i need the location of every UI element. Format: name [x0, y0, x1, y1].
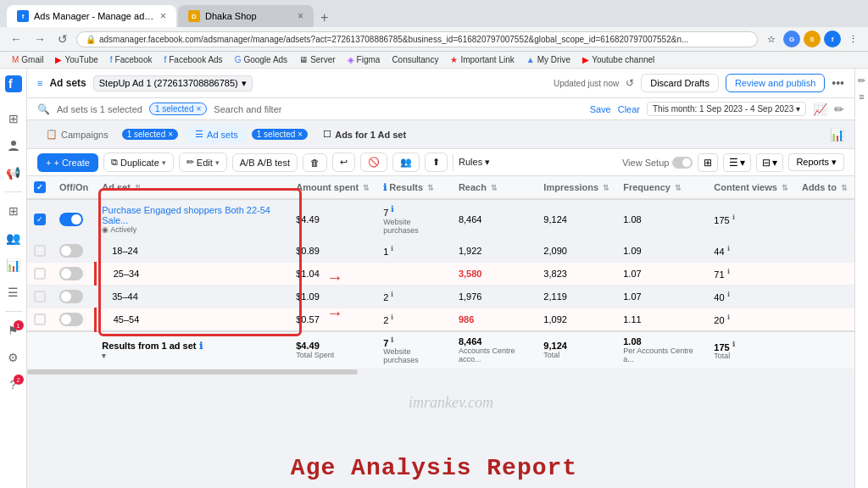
- bookmark-my-drive[interactable]: ▲ My Drive: [521, 53, 576, 66]
- date-range-picker[interactable]: This month: 1 Sep 2023 - 4 Sep 2023 ▾: [647, 102, 806, 116]
- bookmark-youtube-channel[interactable]: ▶ Youtube channel: [577, 53, 659, 66]
- reach-sort-icon[interactable]: ⇅: [491, 184, 498, 192]
- row0-toggle[interactable]: [53, 199, 95, 239]
- tab-ads-manager[interactable]: f Ads Manager - Manage ads - A... ×: [7, 5, 176, 27]
- frequency-sort-icon[interactable]: ⇅: [675, 184, 682, 192]
- row4-checkbox-input[interactable]: [34, 313, 46, 325]
- save-link[interactable]: Save: [590, 104, 611, 114]
- row4-toggle-switch[interactable]: [59, 313, 83, 326]
- row1-checkbox[interactable]: [27, 239, 53, 262]
- impressions-sort-icon[interactable]: ⇅: [603, 184, 609, 192]
- new-tab-button[interactable]: +: [315, 10, 333, 25]
- tab-close-ads-manager[interactable]: ×: [160, 10, 166, 22]
- people-button[interactable]: 👥: [392, 152, 420, 172]
- horizontal-scrollbar[interactable]: [27, 369, 854, 374]
- filter-tag-close-icon[interactable]: ×: [196, 104, 201, 114]
- view-setup-toggle-knob[interactable]: [672, 157, 693, 169]
- trash-button[interactable]: 🗑: [303, 153, 327, 172]
- create-button[interactable]: + + Create: [37, 153, 98, 172]
- scrollbar-thumb[interactable]: [27, 369, 358, 374]
- tab-close-dhaka-shop[interactable]: ×: [298, 10, 303, 22]
- extensions-icon[interactable]: ⋮: [844, 30, 861, 47]
- profile-icon-google[interactable]: G: [783, 30, 800, 47]
- row1-toggle[interactable]: [53, 239, 95, 262]
- adds-to-sort-icon[interactable]: ⇅: [841, 184, 848, 192]
- sidebar-icon-user[interactable]: [2, 134, 25, 158]
- sidebar-icon-ads[interactable]: 📢: [2, 161, 25, 185]
- filter-selected-tag[interactable]: 1 selected ×: [149, 103, 207, 115]
- adset-sort-icon[interactable]: ⇅: [135, 184, 142, 192]
- results-sort-icon[interactable]: ⇅: [427, 184, 434, 192]
- forward-button[interactable]: →: [31, 30, 49, 47]
- row2-toggle[interactable]: [53, 262, 95, 285]
- refresh-button[interactable]: ↺: [626, 77, 634, 89]
- reports-button[interactable]: Reports ▾: [788, 153, 844, 171]
- bookmark-google-ads[interactable]: G Google Ads: [230, 53, 293, 66]
- tab-adsets[interactable]: ☰ Ad sets: [186, 125, 247, 143]
- sidebar-icon-people[interactable]: 👥: [2, 226, 25, 250]
- more-options-icon[interactable]: •••: [832, 76, 844, 90]
- bookmark-gmail[interactable]: M Gmail: [7, 53, 48, 66]
- search-filter-text[interactable]: Search and filter: [214, 104, 281, 114]
- campaigns-selected-badge[interactable]: 1 selected ×: [122, 129, 178, 140]
- row3-checkbox-input[interactable]: [34, 291, 46, 302]
- clear-link[interactable]: Clear: [618, 104, 640, 114]
- bookmark-server[interactable]: 🖥 Server: [294, 53, 340, 66]
- row0-adset-link[interactable]: Purchase Engaged shoppers Both 22-54 Sal…: [102, 205, 270, 225]
- row1-toggle-switch[interactable]: [59, 244, 83, 258]
- export-button[interactable]: ⬆: [425, 152, 448, 172]
- chart-toggle-icon[interactable]: 📈: [813, 103, 827, 116]
- bookmark-facebook[interactable]: f Facebook: [105, 53, 158, 66]
- row0-checkbox[interactable]: ✓: [27, 199, 53, 239]
- sidebar-icon-home[interactable]: ⊞: [2, 107, 25, 130]
- duplicate-button[interactable]: ⧉ Duplicate ▾: [103, 152, 174, 172]
- edit-button[interactable]: ✏ Edit ▾: [179, 152, 227, 172]
- row2-checkbox[interactable]: [27, 262, 53, 285]
- row3-toggle[interactable]: [53, 285, 95, 308]
- th-checkbox[interactable]: ✓: [27, 176, 53, 199]
- discard-drafts-button[interactable]: Discard Drafts: [641, 74, 719, 92]
- sidebar-icon-help[interactable]: ? 2: [2, 373, 25, 396]
- row3-toggle-switch[interactable]: [59, 290, 83, 303]
- ab-test-button[interactable]: A/B A/B test: [232, 153, 298, 172]
- delete-button[interactable]: 🚫: [360, 152, 387, 172]
- back-button[interactable]: ←: [7, 30, 25, 47]
- rules-button[interactable]: Rules ▾: [459, 157, 490, 168]
- row4-toggle[interactable]: [53, 308, 95, 331]
- sidebar-icon-list[interactable]: ☰: [2, 280, 25, 304]
- panel-filter-icon[interactable]: ≡: [859, 92, 864, 102]
- review-publish-button[interactable]: Review and publish: [726, 74, 825, 92]
- columns-view-button[interactable]: ⊞: [698, 153, 718, 172]
- breadcrumb-dropdown[interactable]: StepUp Ad 1 (272613708886785) ▾: [93, 75, 253, 92]
- bookmark-facebook-ads[interactable]: f Facebook Ads: [159, 53, 227, 66]
- chart-area-toggle[interactable]: 📊: [830, 128, 844, 141]
- profile-icon-fb[interactable]: f: [824, 30, 841, 47]
- tab-dhaka-shop[interactable]: D Dhaka Shop ×: [178, 5, 314, 27]
- bookmark-consultancy[interactable]: Consultancy: [387, 53, 443, 66]
- sidebar-icon-grid[interactable]: ⊞: [2, 199, 25, 223]
- row1-checkbox-input[interactable]: [34, 245, 46, 257]
- bookmark-important-link[interactable]: ★ Important Link: [445, 53, 519, 66]
- adsets-selected-badge[interactable]: 1 selected ×: [252, 129, 308, 140]
- undo-button[interactable]: ↩: [332, 152, 355, 172]
- profile-icon-shop[interactable]: S: [804, 30, 821, 47]
- address-bar[interactable]: 🔒 adsmanager.facebook.com/adsmanager/man…: [76, 31, 758, 47]
- panel-edit-icon[interactable]: ✏: [858, 75, 865, 86]
- bookmark-figma[interactable]: ◈ Figma: [342, 53, 386, 66]
- tab-campaigns[interactable]: 📋 Campaigns: [37, 125, 117, 143]
- bookmark-star-icon[interactable]: ☆: [763, 30, 780, 47]
- campaigns-badge-close-icon[interactable]: ×: [168, 130, 173, 139]
- amount-sort-icon[interactable]: ⇅: [363, 184, 370, 192]
- sidebar-icon-flag[interactable]: ⚑ 1: [2, 319, 25, 342]
- pencil-icon[interactable]: ✏: [834, 103, 844, 116]
- ads-panel-tab[interactable]: ☐ Ads for 1 Ad set: [323, 129, 406, 140]
- footer-dropdown-icon[interactable]: ▾: [102, 352, 282, 360]
- adsets-badge-close-icon[interactable]: ×: [298, 130, 303, 139]
- sidebar-icon-chart[interactable]: 📊: [2, 253, 25, 277]
- reload-button[interactable]: ↺: [54, 30, 71, 47]
- header-checkbox[interactable]: ✓: [34, 181, 46, 193]
- row3-checkbox[interactable]: [27, 285, 53, 308]
- row0-toggle-switch[interactable]: [59, 213, 83, 226]
- table-view-button[interactable]: ☰ ▾: [723, 153, 751, 172]
- row4-checkbox[interactable]: [27, 308, 53, 331]
